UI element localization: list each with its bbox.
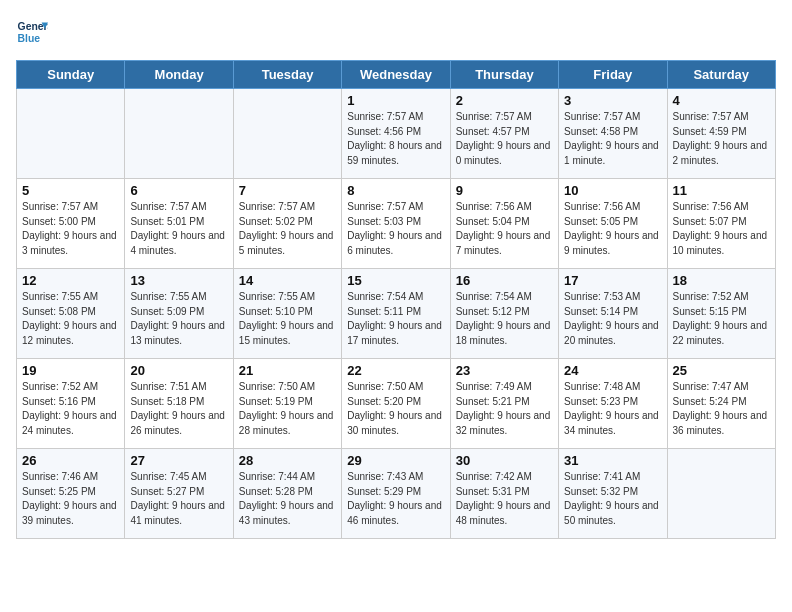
day-info: Sunrise: 7:49 AM Sunset: 5:21 PM Dayligh… bbox=[456, 380, 553, 438]
calendar-cell: 12Sunrise: 7:55 AM Sunset: 5:08 PM Dayli… bbox=[17, 269, 125, 359]
day-number: 3 bbox=[564, 93, 661, 108]
calendar-cell: 26Sunrise: 7:46 AM Sunset: 5:25 PM Dayli… bbox=[17, 449, 125, 539]
weekday-header-row: SundayMondayTuesdayWednesdayThursdayFrid… bbox=[17, 61, 776, 89]
logo: General Blue bbox=[16, 16, 48, 48]
day-info: Sunrise: 7:57 AM Sunset: 4:57 PM Dayligh… bbox=[456, 110, 553, 168]
day-number: 31 bbox=[564, 453, 661, 468]
day-number: 22 bbox=[347, 363, 444, 378]
calendar-cell: 4Sunrise: 7:57 AM Sunset: 4:59 PM Daylig… bbox=[667, 89, 775, 179]
calendar-cell: 24Sunrise: 7:48 AM Sunset: 5:23 PM Dayli… bbox=[559, 359, 667, 449]
logo-icon: General Blue bbox=[16, 16, 48, 48]
day-info: Sunrise: 7:52 AM Sunset: 5:15 PM Dayligh… bbox=[673, 290, 770, 348]
weekday-header: Friday bbox=[559, 61, 667, 89]
day-info: Sunrise: 7:53 AM Sunset: 5:14 PM Dayligh… bbox=[564, 290, 661, 348]
calendar-cell: 16Sunrise: 7:54 AM Sunset: 5:12 PM Dayli… bbox=[450, 269, 558, 359]
calendar-cell: 27Sunrise: 7:45 AM Sunset: 5:27 PM Dayli… bbox=[125, 449, 233, 539]
calendar-cell: 23Sunrise: 7:49 AM Sunset: 5:21 PM Dayli… bbox=[450, 359, 558, 449]
calendar-week-row: 5Sunrise: 7:57 AM Sunset: 5:00 PM Daylig… bbox=[17, 179, 776, 269]
day-number: 7 bbox=[239, 183, 336, 198]
day-info: Sunrise: 7:41 AM Sunset: 5:32 PM Dayligh… bbox=[564, 470, 661, 528]
day-info: Sunrise: 7:57 AM Sunset: 4:59 PM Dayligh… bbox=[673, 110, 770, 168]
day-number: 2 bbox=[456, 93, 553, 108]
calendar-cell bbox=[125, 89, 233, 179]
day-number: 29 bbox=[347, 453, 444, 468]
calendar-cell: 21Sunrise: 7:50 AM Sunset: 5:19 PM Dayli… bbox=[233, 359, 341, 449]
weekday-header: Monday bbox=[125, 61, 233, 89]
calendar-cell: 28Sunrise: 7:44 AM Sunset: 5:28 PM Dayli… bbox=[233, 449, 341, 539]
calendar-cell: 22Sunrise: 7:50 AM Sunset: 5:20 PM Dayli… bbox=[342, 359, 450, 449]
day-number: 23 bbox=[456, 363, 553, 378]
day-info: Sunrise: 7:55 AM Sunset: 5:08 PM Dayligh… bbox=[22, 290, 119, 348]
calendar-cell bbox=[17, 89, 125, 179]
calendar-cell: 30Sunrise: 7:42 AM Sunset: 5:31 PM Dayli… bbox=[450, 449, 558, 539]
calendar-cell: 13Sunrise: 7:55 AM Sunset: 5:09 PM Dayli… bbox=[125, 269, 233, 359]
day-number: 25 bbox=[673, 363, 770, 378]
weekday-header: Tuesday bbox=[233, 61, 341, 89]
day-number: 24 bbox=[564, 363, 661, 378]
day-info: Sunrise: 7:50 AM Sunset: 5:19 PM Dayligh… bbox=[239, 380, 336, 438]
day-info: Sunrise: 7:44 AM Sunset: 5:28 PM Dayligh… bbox=[239, 470, 336, 528]
day-info: Sunrise: 7:46 AM Sunset: 5:25 PM Dayligh… bbox=[22, 470, 119, 528]
day-info: Sunrise: 7:57 AM Sunset: 5:03 PM Dayligh… bbox=[347, 200, 444, 258]
day-info: Sunrise: 7:52 AM Sunset: 5:16 PM Dayligh… bbox=[22, 380, 119, 438]
calendar-cell: 25Sunrise: 7:47 AM Sunset: 5:24 PM Dayli… bbox=[667, 359, 775, 449]
day-number: 14 bbox=[239, 273, 336, 288]
day-number: 19 bbox=[22, 363, 119, 378]
calendar-cell: 19Sunrise: 7:52 AM Sunset: 5:16 PM Dayli… bbox=[17, 359, 125, 449]
day-number: 13 bbox=[130, 273, 227, 288]
weekday-header: Wednesday bbox=[342, 61, 450, 89]
weekday-header: Thursday bbox=[450, 61, 558, 89]
svg-text:Blue: Blue bbox=[18, 33, 41, 44]
calendar-cell: 10Sunrise: 7:56 AM Sunset: 5:05 PM Dayli… bbox=[559, 179, 667, 269]
day-number: 9 bbox=[456, 183, 553, 198]
day-number: 12 bbox=[22, 273, 119, 288]
calendar-table: SundayMondayTuesdayWednesdayThursdayFrid… bbox=[16, 60, 776, 539]
weekday-header: Saturday bbox=[667, 61, 775, 89]
day-number: 1 bbox=[347, 93, 444, 108]
calendar-week-row: 12Sunrise: 7:55 AM Sunset: 5:08 PM Dayli… bbox=[17, 269, 776, 359]
day-info: Sunrise: 7:57 AM Sunset: 4:58 PM Dayligh… bbox=[564, 110, 661, 168]
day-number: 17 bbox=[564, 273, 661, 288]
calendar-week-row: 26Sunrise: 7:46 AM Sunset: 5:25 PM Dayli… bbox=[17, 449, 776, 539]
calendar-cell: 5Sunrise: 7:57 AM Sunset: 5:00 PM Daylig… bbox=[17, 179, 125, 269]
day-number: 30 bbox=[456, 453, 553, 468]
calendar-cell: 15Sunrise: 7:54 AM Sunset: 5:11 PM Dayli… bbox=[342, 269, 450, 359]
calendar-cell: 2Sunrise: 7:57 AM Sunset: 4:57 PM Daylig… bbox=[450, 89, 558, 179]
calendar-cell: 29Sunrise: 7:43 AM Sunset: 5:29 PM Dayli… bbox=[342, 449, 450, 539]
day-number: 20 bbox=[130, 363, 227, 378]
calendar-cell bbox=[667, 449, 775, 539]
day-info: Sunrise: 7:47 AM Sunset: 5:24 PM Dayligh… bbox=[673, 380, 770, 438]
day-number: 6 bbox=[130, 183, 227, 198]
calendar-cell: 1Sunrise: 7:57 AM Sunset: 4:56 PM Daylig… bbox=[342, 89, 450, 179]
day-number: 4 bbox=[673, 93, 770, 108]
calendar-cell: 6Sunrise: 7:57 AM Sunset: 5:01 PM Daylig… bbox=[125, 179, 233, 269]
day-number: 11 bbox=[673, 183, 770, 198]
calendar-cell: 3Sunrise: 7:57 AM Sunset: 4:58 PM Daylig… bbox=[559, 89, 667, 179]
day-info: Sunrise: 7:56 AM Sunset: 5:05 PM Dayligh… bbox=[564, 200, 661, 258]
calendar-cell: 7Sunrise: 7:57 AM Sunset: 5:02 PM Daylig… bbox=[233, 179, 341, 269]
day-info: Sunrise: 7:57 AM Sunset: 5:02 PM Dayligh… bbox=[239, 200, 336, 258]
weekday-header: Sunday bbox=[17, 61, 125, 89]
day-info: Sunrise: 7:57 AM Sunset: 5:00 PM Dayligh… bbox=[22, 200, 119, 258]
calendar-cell: 11Sunrise: 7:56 AM Sunset: 5:07 PM Dayli… bbox=[667, 179, 775, 269]
header: General Blue bbox=[16, 16, 776, 48]
day-number: 21 bbox=[239, 363, 336, 378]
day-info: Sunrise: 7:51 AM Sunset: 5:18 PM Dayligh… bbox=[130, 380, 227, 438]
day-info: Sunrise: 7:56 AM Sunset: 5:04 PM Dayligh… bbox=[456, 200, 553, 258]
calendar-week-row: 1Sunrise: 7:57 AM Sunset: 4:56 PM Daylig… bbox=[17, 89, 776, 179]
day-info: Sunrise: 7:57 AM Sunset: 4:56 PM Dayligh… bbox=[347, 110, 444, 168]
day-number: 28 bbox=[239, 453, 336, 468]
day-info: Sunrise: 7:43 AM Sunset: 5:29 PM Dayligh… bbox=[347, 470, 444, 528]
day-info: Sunrise: 7:55 AM Sunset: 5:09 PM Dayligh… bbox=[130, 290, 227, 348]
day-info: Sunrise: 7:55 AM Sunset: 5:10 PM Dayligh… bbox=[239, 290, 336, 348]
day-number: 8 bbox=[347, 183, 444, 198]
day-info: Sunrise: 7:50 AM Sunset: 5:20 PM Dayligh… bbox=[347, 380, 444, 438]
calendar-cell: 31Sunrise: 7:41 AM Sunset: 5:32 PM Dayli… bbox=[559, 449, 667, 539]
day-number: 26 bbox=[22, 453, 119, 468]
day-info: Sunrise: 7:45 AM Sunset: 5:27 PM Dayligh… bbox=[130, 470, 227, 528]
day-info: Sunrise: 7:57 AM Sunset: 5:01 PM Dayligh… bbox=[130, 200, 227, 258]
calendar-cell: 20Sunrise: 7:51 AM Sunset: 5:18 PM Dayli… bbox=[125, 359, 233, 449]
day-info: Sunrise: 7:48 AM Sunset: 5:23 PM Dayligh… bbox=[564, 380, 661, 438]
day-info: Sunrise: 7:54 AM Sunset: 5:12 PM Dayligh… bbox=[456, 290, 553, 348]
day-info: Sunrise: 7:56 AM Sunset: 5:07 PM Dayligh… bbox=[673, 200, 770, 258]
